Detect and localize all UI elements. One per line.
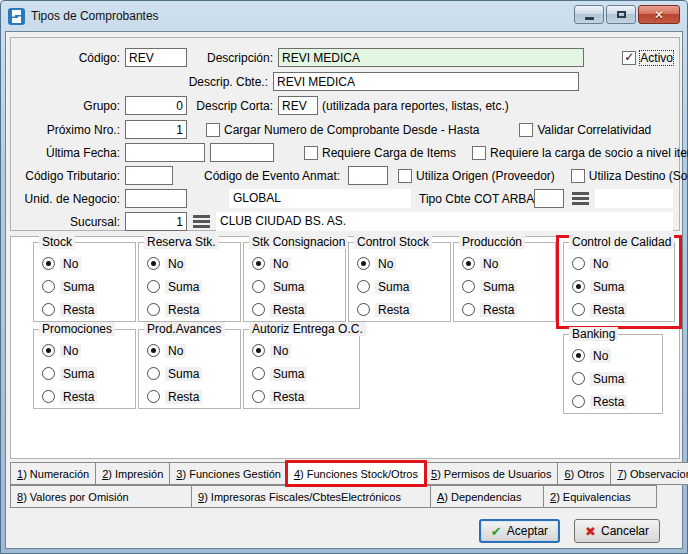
utiliza-destino-checkbox-box[interactable] <box>571 169 585 183</box>
tab-observaciones[interactable]: 7) Observaciones <box>610 462 688 485</box>
descripcion-label: Descripción: <box>187 51 278 65</box>
cot-arba-menu-icon[interactable] <box>572 192 589 205</box>
cancelar-button[interactable]: ✖ Cancelar <box>574 519 660 543</box>
ultima-fecha-input-1[interactable] <box>125 143 205 162</box>
cot-arba-label: Tipo Cbte COT ARBA: <box>419 192 534 206</box>
validar-correlatividad-checkbox-box[interactable] <box>519 123 533 137</box>
group-title: Banking <box>569 327 618 341</box>
radio-stock-suma[interactable]: Suma <box>42 277 97 296</box>
tab-funciones-stock-otros-active-highlighted[interactable]: 4) Funciones Stock/Otros <box>287 462 425 485</box>
tab-valores-por-omision[interactable]: 8) Valores por Omisión <box>10 485 192 508</box>
utiliza-destino-checkbox[interactable]: Utiliza Destino (Socio) <box>571 169 688 183</box>
sucursal-display: CLUB CIUDAD BS. AS. <box>216 212 673 231</box>
requiere-socio-item-checkbox-box[interactable] <box>472 146 486 160</box>
tab-otros[interactable]: 6) Otros <box>557 462 611 485</box>
radio-produccion-no[interactable]: No <box>462 254 517 273</box>
activo-checkbox[interactable]: ✓ Activo <box>622 51 673 65</box>
group-box-reserva-stk: Reserva Stk. No Suma Resta <box>138 242 241 322</box>
unid-negocio-display: GLOBAL <box>229 189 411 208</box>
group-title: Stock <box>39 235 75 249</box>
radio-calidad-resta[interactable]: Resta <box>572 300 627 319</box>
radio-autoriz-no[interactable]: No <box>252 341 307 360</box>
radio-promociones-suma[interactable]: Suma <box>42 364 97 383</box>
radio-consignacion-suma[interactable]: Suma <box>252 277 307 296</box>
radio-banking-suma[interactable]: Suma <box>572 369 627 388</box>
radio-reserva-resta[interactable]: Resta <box>147 300 202 319</box>
radio-reserva-suma[interactable]: Suma <box>147 277 202 296</box>
cargar-numero-checkbox[interactable]: Cargar Numero de Comprobante Desde - Has… <box>206 123 479 137</box>
group-box-produccion: Producción No Suma Resta <box>453 242 556 322</box>
group-title: Reserva Stk. <box>144 235 219 249</box>
codigo-anmat-input[interactable] <box>348 166 388 185</box>
radio-autoriz-resta[interactable]: Resta <box>252 387 307 406</box>
codigo-tributario-input[interactable] <box>125 166 173 185</box>
sucursal-input[interactable] <box>125 212 187 231</box>
window-title: Tipos de Comprobantes <box>31 9 159 23</box>
radio-produccion-resta[interactable]: Resta <box>462 300 517 319</box>
radio-stock-resta[interactable]: Resta <box>42 300 97 319</box>
ultima-fecha-input-2[interactable] <box>210 143 274 162</box>
descripcion-input[interactable] <box>278 48 584 67</box>
tab-dependencias[interactable]: A) Dependencias <box>430 485 544 508</box>
tab-funciones-gestion[interactable]: 3) Funciones Gestión <box>169 462 288 485</box>
cot-arba-input[interactable] <box>534 189 564 208</box>
tab-equivalencias[interactable]: 2) Equivalencias <box>543 485 657 508</box>
group-box-banking: Banking No Suma Resta <box>563 334 663 414</box>
utiliza-origen-checkbox-box[interactable] <box>398 169 412 183</box>
grupo-input[interactable] <box>125 96 187 115</box>
radio-prod-avances-resta[interactable]: Resta <box>147 387 202 406</box>
green-check-icon: ✔ <box>491 525 502 538</box>
group-title: Prod.Avances <box>144 322 225 336</box>
radio-reserva-no[interactable]: No <box>147 254 202 273</box>
radio-banking-no[interactable]: No <box>572 346 627 365</box>
radio-control-stock-no[interactable]: No <box>357 254 412 273</box>
activo-checkbox-box[interactable]: ✓ <box>622 51 636 65</box>
validar-correlatividad-checkbox[interactable]: Validar Correlatividad <box>519 123 651 137</box>
radio-stock-no[interactable]: No <box>42 254 97 273</box>
requiere-carga-items-label: Requiere Carga de Items <box>322 146 456 160</box>
aceptar-button-label: Aceptar <box>507 524 548 538</box>
tab-permisos-usuarios[interactable]: 5) Permisos de Usuarios <box>424 462 558 485</box>
sucursal-menu-icon[interactable] <box>193 215 210 228</box>
maximize-button[interactable] <box>606 5 636 24</box>
aceptar-button[interactable]: ✔ Aceptar <box>479 519 560 543</box>
radio-control-stock-resta[interactable]: Resta <box>357 300 412 319</box>
radio-promociones-resta[interactable]: Resta <box>42 387 97 406</box>
radio-control-stock-suma[interactable]: Suma <box>357 277 412 296</box>
codigo-anmat-label: Código de Evento Anmat: <box>204 169 340 183</box>
utiliza-origen-checkbox[interactable]: Utiliza Origen (Proveedor) <box>398 169 555 183</box>
tab-impresion[interactable]: 2) Impresión <box>95 462 170 485</box>
tab-numeracion[interactable]: 1) Numeración <box>10 462 96 485</box>
validar-correlatividad-label: Validar Correlatividad <box>537 123 651 137</box>
descrip-cbte-input[interactable] <box>273 72 579 91</box>
requiere-carga-items-checkbox[interactable]: Requiere Carga de Items <box>304 146 456 160</box>
radio-banking-resta[interactable]: Resta <box>572 392 627 411</box>
radio-calidad-no[interactable]: No <box>572 254 627 273</box>
codigo-input[interactable] <box>125 48 187 67</box>
group-box-promociones: Promociones No Suma Resta <box>33 329 136 409</box>
checkmark-icon: ✓ <box>624 51 634 63</box>
requiere-socio-item-checkbox[interactable]: Requiere la carga de socio a nivel item <box>472 146 688 160</box>
activo-label: Activo <box>640 51 673 65</box>
titlebar[interactable]: Tipos de Comprobantes ✕ <box>1 1 687 31</box>
close-button[interactable]: ✕ <box>638 5 680 24</box>
proximo-nro-input[interactable] <box>125 120 187 139</box>
radio-prod-avances-no[interactable]: No <box>147 341 202 360</box>
tab-impresoras-fiscales[interactable]: 9) Impresoras Fiscales/CbtesElectrónicos <box>191 485 431 508</box>
codigo-label: Código: <box>17 51 125 65</box>
radio-promociones-no[interactable]: No <box>42 341 97 360</box>
cargar-numero-checkbox-box[interactable] <box>206 123 220 137</box>
radio-consignacion-no[interactable]: No <box>252 254 307 273</box>
descrip-corta-input[interactable] <box>278 96 318 115</box>
sucursal-label: Sucursal: <box>17 215 125 229</box>
requiere-carga-items-checkbox-box[interactable] <box>304 146 318 160</box>
unid-negocio-input[interactable] <box>125 189 187 208</box>
maximize-icon <box>617 11 626 18</box>
group-title: Promociones <box>39 322 115 336</box>
minimize-button[interactable] <box>574 5 604 24</box>
radio-consignacion-resta[interactable]: Resta <box>252 300 307 319</box>
radio-prod-avances-suma[interactable]: Suma <box>147 364 202 383</box>
radio-calidad-suma[interactable]: Suma <box>572 277 627 296</box>
radio-produccion-suma[interactable]: Suma <box>462 277 517 296</box>
radio-autoriz-suma[interactable]: Suma <box>252 364 307 383</box>
